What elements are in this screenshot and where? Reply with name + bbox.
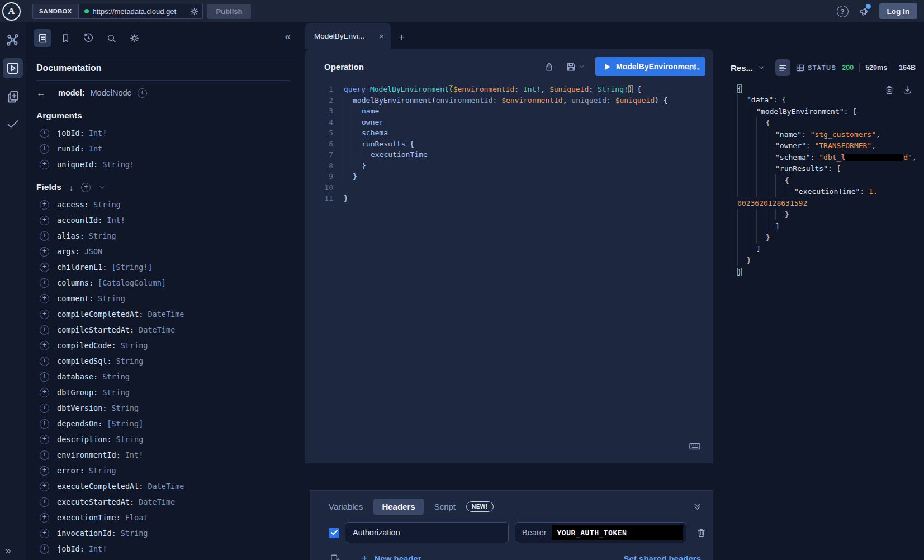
add-to-query-button[interactable] [40, 544, 49, 554]
sort-fields-icon[interactable]: ↓ [69, 183, 74, 192]
docs-tab-icon[interactable] [34, 29, 51, 47]
nav-checklist-icon[interactable] [3, 114, 23, 134]
search-tab-icon[interactable] [102, 29, 120, 47]
add-to-query-button[interactable] [40, 529, 49, 538]
add-to-query-button[interactable] [40, 482, 49, 491]
collapse-drawer-icon[interactable] [693, 502, 702, 511]
download-response-icon[interactable] [902, 85, 912, 95]
add-to-query-button[interactable] [40, 372, 49, 382]
keyboard-shortcuts-icon[interactable] [689, 440, 701, 452]
doc-field-row[interactable]: executeStartedAt:DateTime [36, 494, 301, 510]
share-icon[interactable] [544, 61, 555, 72]
doc-field-row[interactable]: args:JSON [36, 244, 301, 259]
add-to-query-button[interactable] [40, 341, 49, 350]
back-arrow-icon[interactable]: ← [36, 88, 46, 98]
add-all-fields-button[interactable] [81, 183, 91, 192]
add-to-query-button[interactable] [40, 231, 49, 241]
doc-field-row[interactable]: dbtGroup:String [36, 385, 301, 400]
operation-tab[interactable]: ModelByEnvi... × [305, 23, 391, 49]
chevron-down-icon[interactable] [98, 184, 106, 191]
header-key-input[interactable] [345, 522, 509, 543]
graphql-editor[interactable]: 1query ModelByEnvironment($environmentId… [305, 84, 713, 204]
add-to-query-button[interactable] [40, 278, 49, 288]
add-to-query-button[interactable] [40, 216, 49, 225]
doc-field-row[interactable]: description:String [36, 431, 301, 447]
doc-field-row[interactable]: uniqueId:String! [36, 156, 301, 172]
add-to-query-button[interactable] [40, 388, 49, 397]
add-to-query-button[interactable] [40, 404, 49, 413]
doc-field-row[interactable]: jobId:Int! [36, 125, 301, 141]
add-to-query-button[interactable] [40, 357, 49, 366]
set-shared-headers-link[interactable]: Set shared headers [624, 554, 701, 560]
expand-panel-icon[interactable]: » [5, 545, 11, 556]
new-tab-icon[interactable]: + [399, 32, 405, 42]
add-to-query-button[interactable] [40, 435, 49, 444]
copy-response-icon[interactable] [884, 85, 894, 95]
tab-variables[interactable]: Variables [329, 502, 363, 511]
nav-collections-icon[interactable] [3, 86, 23, 106]
help-icon[interactable]: ? [837, 6, 849, 17]
doc-field-row[interactable]: comment:String [36, 291, 301, 306]
new-header-button[interactable]: + New header [362, 553, 421, 560]
nav-schema-icon[interactable] [3, 30, 23, 50]
settings-tab-icon[interactable] [125, 29, 143, 47]
doc-field-row[interactable]: environmentId:Int! [36, 447, 301, 463]
announcements-icon[interactable] [858, 6, 870, 17]
editor-menu-icon[interactable]: ••• [689, 64, 701, 73]
doc-field-row[interactable]: database:String [36, 369, 301, 385]
auth-token-value[interactable]: YOUR_AUTH_TOKEN [552, 525, 683, 540]
add-to-query-button[interactable] [40, 247, 49, 257]
login-button[interactable]: Log in [879, 3, 918, 19]
add-to-query-button[interactable] [40, 263, 49, 272]
tab-script[interactable]: Script [434, 502, 456, 511]
endpoint-url-box[interactable]: https://metadata.cloud.get [79, 4, 203, 19]
header-enabled-checkbox[interactable] [329, 528, 339, 538]
breadcrumb-type[interactable]: ModelNode [91, 88, 132, 97]
publish-button[interactable]: Publish [207, 4, 252, 19]
history-tab-icon[interactable] [79, 29, 97, 47]
add-to-query-button[interactable] [40, 450, 49, 460]
doc-field-row[interactable]: jobId:Int! [36, 541, 301, 557]
add-to-query-button[interactable] [40, 419, 49, 429]
add-to-query-button[interactable] [40, 200, 49, 210]
doc-field-row[interactable]: compileStartedAt:DateTime [36, 322, 301, 338]
doc-field-row[interactable]: alias:String [36, 228, 301, 244]
edit-headers-icon[interactable] [330, 553, 340, 560]
doc-field-row[interactable]: runId:Int [36, 141, 301, 156]
doc-field-row[interactable]: dependsOn:[String] [36, 416, 301, 431]
doc-field-row[interactable]: columns:[CatalogColumn] [36, 275, 301, 291]
raw-view-button[interactable] [775, 59, 790, 76]
nav-explorer-icon[interactable] [3, 58, 23, 78]
close-tab-icon[interactable]: × [379, 32, 384, 40]
add-to-query-button[interactable] [40, 513, 49, 523]
collapse-panel-icon[interactable]: « [285, 31, 291, 41]
add-to-query-button[interactable] [40, 310, 49, 319]
doc-field-row[interactable]: compiledCode:String [36, 338, 301, 353]
table-view-button[interactable] [793, 59, 808, 76]
endpoint-settings-icon[interactable] [189, 7, 199, 16]
doc-field-row[interactable]: dbtVersion:String [36, 400, 301, 416]
add-to-query-button[interactable] [40, 325, 49, 335]
save-chevron-icon[interactable] [579, 63, 585, 70]
doc-field-row[interactable]: compileCompletedAt:DateTime [36, 306, 301, 322]
header-value-input[interactable]: Bearer YOUR_AUTH_TOKEN [515, 522, 686, 543]
doc-field-row[interactable]: executeCompletedAt:DateTime [36, 478, 301, 494]
response-chevron-icon[interactable] [757, 64, 765, 72]
doc-field-row[interactable]: access:String [36, 197, 301, 212]
delete-header-icon[interactable] [696, 528, 707, 538]
doc-field-row[interactable]: childrenL1:[String!] [36, 259, 301, 275]
add-to-query-button[interactable] [40, 294, 49, 303]
add-field-button[interactable] [138, 88, 147, 98]
add-to-query-button[interactable] [40, 129, 49, 138]
tab-headers[interactable]: Headers [373, 499, 423, 515]
add-to-query-button[interactable] [40, 466, 49, 476]
save-icon[interactable] [566, 61, 576, 72]
add-to-query-button[interactable] [40, 497, 49, 507]
add-to-query-button[interactable] [40, 144, 49, 154]
doc-field-row[interactable]: executionTime:Float [36, 510, 301, 525]
endpoint-url[interactable]: https://metadata.cloud.get [93, 7, 186, 16]
doc-field-row[interactable]: invocationId:String [36, 525, 301, 541]
doc-field-row[interactable]: compiledSql:String [36, 353, 301, 369]
doc-field-row[interactable]: error:String [36, 463, 301, 478]
doc-field-row[interactable]: accountId:Int! [36, 212, 301, 228]
